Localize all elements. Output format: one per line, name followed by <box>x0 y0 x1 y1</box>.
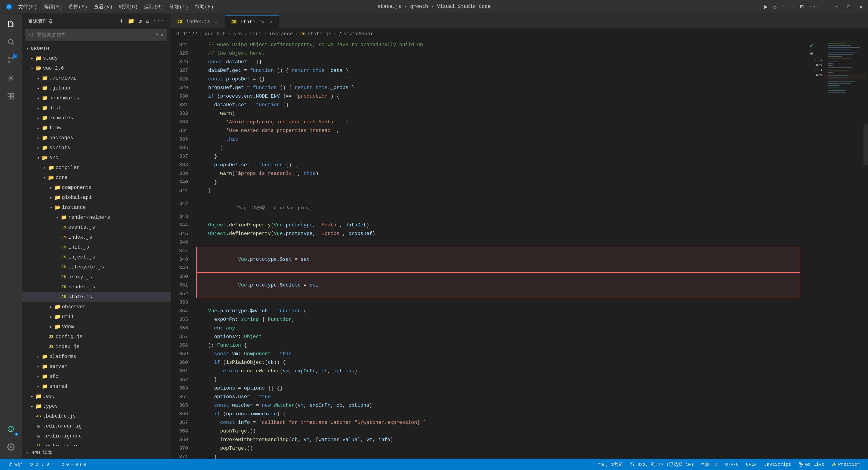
menu-goto[interactable]: 转到(G) <box>119 3 138 10</box>
new-file-icon[interactable]: + <box>120 18 124 25</box>
search-activity-icon[interactable] <box>3 34 19 50</box>
menu-file[interactable]: 文件(F) <box>18 3 37 10</box>
sidebar-item-eventsjs[interactable]: ▸ JS events.js <box>22 222 170 232</box>
sidebar-item-vdom[interactable]: ▸ 📁 vdom <box>22 322 170 332</box>
sidebar-item-circleci[interactable]: ▸ 📁 .circleci <box>22 73 170 83</box>
statusbar-git-info[interactable]: You, 1秒前 <box>594 459 627 470</box>
statusbar-golive[interactable]: 📡 Go Live <box>795 459 828 470</box>
sidebar-item-editorconfig[interactable]: ▸ ⚙ .editorconfig <box>22 421 170 431</box>
statusbar-encoding[interactable]: UTF-8 <box>721 459 742 470</box>
statusbar-sync[interactable]: ⟳ 0 ↓ 0 ↑ <box>26 459 58 470</box>
maximize-button[interactable]: □ <box>846 4 851 9</box>
svg-point-2 <box>8 57 10 59</box>
file-search-box[interactable]: ⊟ ✕ <box>25 29 167 41</box>
settings-icon[interactable] <box>3 439 19 455</box>
sidebar-item-instance[interactable]: ▾ 📂 instance <box>22 202 170 212</box>
menu-help[interactable]: 帮助(H) <box>195 3 214 10</box>
statusbar-spaces[interactable]: 空格: 2 <box>697 459 721 470</box>
sidebar-item-lifecyclejs[interactable]: ▸ JS lifecycle.js <box>22 262 170 272</box>
sidebar-item-compiler[interactable]: ▸ 📁 compiler <box>22 163 170 173</box>
debug-icon[interactable] <box>3 70 19 86</box>
bc-item[interactable]: src <box>233 31 242 37</box>
sidebar-item-packages[interactable]: ▸ 📁 packages <box>22 133 170 143</box>
close-button[interactable]: ✕ <box>859 4 864 9</box>
sidebar-item-sfc[interactable]: ▸ 📁 sfc <box>22 372 170 381</box>
sidebar-item-configjs[interactable]: ▸ JS config.js <box>22 332 170 342</box>
remote-icon[interactable]: 1 <box>3 421 19 437</box>
sidebar-item-src[interactable]: ▾ 📂 src <box>22 153 170 163</box>
source-control-icon[interactable]: 1 <box>3 52 19 68</box>
statusbar-branch[interactable]: wq* <box>4 459 26 470</box>
menu-edit[interactable]: 编辑(E) <box>43 3 62 10</box>
sidebar-item-types[interactable]: ▸ 📁 types <box>22 401 170 411</box>
sidebar-item-injectjs[interactable]: ▸ JS inject.js <box>22 252 170 262</box>
collapse-icon[interactable]: ⊟ <box>146 18 149 25</box>
sidebar-item-srcindexjs[interactable]: ▸ JS index.js <box>22 342 170 352</box>
bc-item[interactable]: stateMixin <box>344 31 374 37</box>
sidebar-item-initjs[interactable]: ▸ JS init.js <box>22 242 170 252</box>
bc-item[interactable]: vue-2.6 <box>205 31 225 37</box>
more-actions-icon[interactable]: ··· <box>153 18 164 25</box>
sidebar-item-renderjs[interactable]: ▸ JS render.js <box>22 282 170 292</box>
sidebar-item-github[interactable]: ▸ 📁 .github <box>22 83 170 93</box>
menu-terminal[interactable]: 终端(T) <box>169 3 188 10</box>
sidebar-item-benchmarks[interactable]: ▸ 📁 benchmarks <box>22 93 170 103</box>
clear-search-icon[interactable]: ✕ <box>160 32 163 38</box>
sidebar-item-observer[interactable]: ▸ 📁 observer <box>22 302 170 312</box>
statusbar-language[interactable]: JavaScript <box>761 459 795 470</box>
more-icon[interactable]: ··· <box>809 3 819 10</box>
statusbar-errors[interactable]: ⊘ 0 ⚠ 0 ℹ 0 <box>58 459 90 470</box>
bc-item[interactable]: Old1122 <box>176 31 197 37</box>
sidebar-item-babelrc[interactable]: ▸ JS .babelrc.js <box>22 411 170 421</box>
bc-item[interactable]: instance <box>269 31 293 37</box>
forward-icon[interactable]: → <box>791 3 795 10</box>
sidebar-item-study[interactable]: ▸ 📁 study <box>22 53 170 63</box>
sidebar-item-statejs[interactable]: ▸ JS state.js <box>22 292 170 302</box>
sidebar-item-eslintrc[interactable]: ▸ JS .eslintrc.js <box>22 441 170 446</box>
refresh-icon[interactable]: ↺ <box>138 18 142 25</box>
sidebar-item-eslintignore[interactable]: ▸ ⚙ .eslintignore <box>22 431 170 441</box>
tab-indexjs[interactable]: JS index.js ✕ <box>171 15 225 28</box>
npm-scripts-section[interactable]: ▸ NPM 脚本 <box>22 446 170 459</box>
filter-icon[interactable]: ⊟ <box>155 32 158 38</box>
search-input[interactable] <box>37 32 152 38</box>
sidebar-item-shared[interactable]: ▸ 📁 shared <box>22 381 170 391</box>
git-blame-text: You, 1秒前 <box>598 462 623 468</box>
sidebar-item-proxyjs[interactable]: ▸ JS proxy.js <box>22 272 170 282</box>
tab-statejs[interactable]: JS state.js ✕ <box>225 15 279 28</box>
layout-icon[interactable]: ⊞ <box>800 3 804 10</box>
sidebar-item-renderhelpers[interactable]: ▸ 📁 render-helpers <box>22 212 170 222</box>
run-icon[interactable]: ▶ <box>764 3 768 10</box>
tab-close-button[interactable]: ✕ <box>213 19 219 25</box>
sidebar-item-components[interactable]: ▸ 📁 components <box>22 183 170 192</box>
sidebar-item-util[interactable]: ▸ 📁 util <box>22 312 170 322</box>
tab-close-button[interactable]: ✕ <box>268 19 274 25</box>
menu-select[interactable]: 选择(S) <box>68 3 88 10</box>
minimize-button[interactable]: ─ <box>834 4 839 9</box>
sidebar-item-server[interactable]: ▸ 📁 server <box>22 362 170 372</box>
sidebar-item-flow[interactable]: ▸ 📁 flow <box>22 123 170 133</box>
statusbar-position[interactable]: 行 322, 列 27 (已选择 10) <box>627 459 697 470</box>
tree-root-growth[interactable]: ▾ GROWTH <box>22 43 170 53</box>
sidebar-item-test[interactable]: ▸ 📁 test <box>22 391 170 401</box>
sidebar-item-scripts[interactable]: ▸ 📁 scripts <box>22 143 170 153</box>
back-icon[interactable]: ← <box>782 3 786 10</box>
sidebar-item-indexjs[interactable]: ▸ JS index.js <box>22 232 170 242</box>
menu-run[interactable]: 运行(R) <box>144 3 163 10</box>
bc-item[interactable]: state.js <box>308 31 332 37</box>
menu-view[interactable]: 查看(V) <box>94 3 113 10</box>
explorer-icon[interactable] <box>3 16 19 32</box>
sidebar-item-examples[interactable]: ▸ 📁 examples <box>22 113 170 123</box>
sidebar-item-platforms[interactable]: ▸ 📁 platforms <box>22 352 170 362</box>
code-editor[interactable]: // when using Object.defineProperty, so … <box>193 40 800 459</box>
statusbar-line-ending[interactable]: CRLF <box>742 459 761 470</box>
new-folder-icon[interactable]: 📁 <box>128 18 135 25</box>
sidebar-item-dist[interactable]: ▸ 📁 dist <box>22 103 170 113</box>
bc-item[interactable]: core <box>250 31 261 37</box>
sidebar-item-globalapi[interactable]: ▸ 📁 global-api <box>22 192 170 202</box>
debug-restart-icon[interactable]: ↺ <box>773 3 777 10</box>
statusbar-prettier[interactable]: ✨ Prettier <box>828 459 864 470</box>
sidebar-item-core[interactable]: ▾ 📂 core <box>22 173 170 183</box>
sidebar-item-vue26[interactable]: ▾ 📂 vue-2.6 <box>22 63 170 73</box>
extensions-icon[interactable] <box>3 88 19 104</box>
